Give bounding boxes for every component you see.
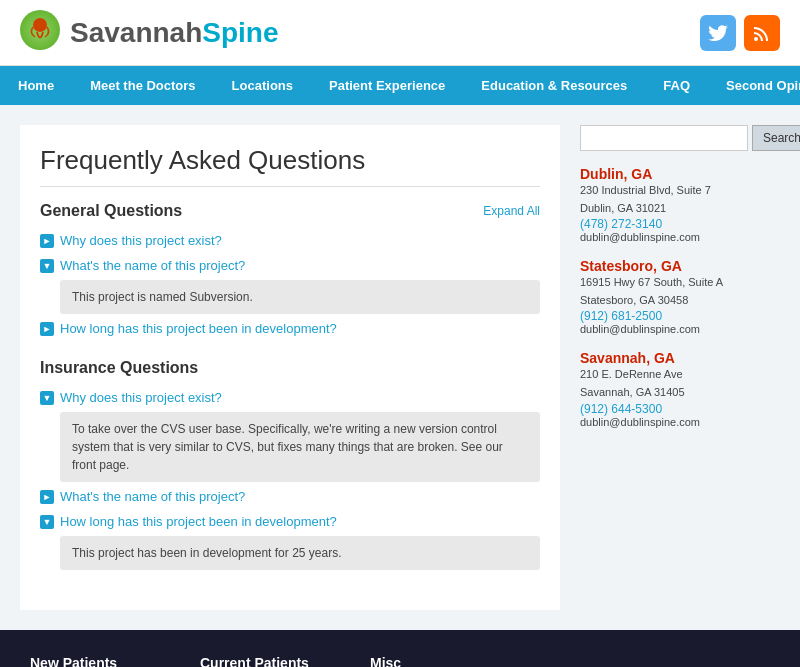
location-address-statesboro-line1: 16915 Hwy 67 South, Suite A (580, 274, 780, 292)
insurance-section-title: Insurance Questions (40, 359, 198, 377)
faq-arrow-icon: ▼ (40, 391, 54, 405)
rss-button[interactable] (744, 15, 780, 51)
main-nav: Home Meet the Doctors Locations Patient … (0, 66, 800, 105)
location-address-statesboro-line2: Statesboro, GA 30458 (580, 292, 780, 310)
footer-col-title-misc: Misc (370, 655, 500, 667)
faq-item: ► What's the name of this project? (40, 486, 540, 507)
faq-item: ▼ What's the name of this project? This … (40, 255, 540, 314)
insurance-questions-section: Insurance Questions ▼ Why does this proj… (40, 359, 540, 570)
faq-answer: This project has been in development for… (60, 536, 540, 570)
nav-faq[interactable]: FAQ (645, 66, 708, 105)
header: SavannahSpine (0, 0, 800, 66)
search-input[interactable] (580, 125, 748, 151)
nav-education[interactable]: Education & Resources (463, 66, 645, 105)
nav-patient-experience[interactable]: Patient Experience (311, 66, 463, 105)
content-area: Frequently Asked Questions General Quest… (20, 125, 560, 610)
faq-arrow-icon: ► (40, 234, 54, 248)
location-address-savannah-line1: 210 E. DeRenne Ave (580, 366, 780, 384)
faq-arrow-icon: ▼ (40, 515, 54, 529)
logo-icon (20, 10, 65, 55)
faq-question-text[interactable]: How long has this project been in develo… (60, 321, 337, 336)
location-address-savannah-line2: Savannah, GA 31405 (580, 384, 780, 402)
location-city-statesboro: Statesboro, GA (580, 258, 780, 274)
location-address-dublin-line2: Dublin, GA 31021 (580, 200, 780, 218)
section-header: General Questions Expand All (40, 202, 540, 220)
faq-question-text[interactable]: What's the name of this project? (60, 489, 245, 504)
general-section-title: General Questions (40, 202, 182, 220)
location-email-statesboro: dublin@dublinspine.com (580, 323, 780, 335)
location-email-dublin: dublin@dublinspine.com (580, 231, 780, 243)
sidebar: Search Dublin, GA 230 Industrial Blvd, S… (580, 125, 780, 610)
page-title: Frequently Asked Questions (40, 145, 540, 187)
svg-point-1 (754, 37, 758, 41)
location-phone-dublin[interactable]: (478) 272-3140 (580, 217, 780, 231)
location-city-savannah: Savannah, GA (580, 350, 780, 366)
footer-col-new-patients: New Patients New Patient Forms (30, 655, 160, 667)
nav-home[interactable]: Home (0, 66, 72, 105)
faq-arrow-icon: ► (40, 490, 54, 504)
nav-second-opinion[interactable]: Second Opinion (708, 66, 800, 105)
faq-item: ► Why does this project exist? (40, 230, 540, 251)
location-phone-savannah[interactable]: (912) 644-5300 (580, 402, 780, 416)
location-savannah: Savannah, GA 210 E. DeRenne Ave Savannah… (580, 350, 780, 427)
faq-question-text[interactable]: Why does this project exist? (60, 390, 222, 405)
footer-col-current-patients: Current Patients Refill Request Disabili… (200, 655, 330, 667)
svg-point-0 (33, 18, 47, 32)
faq-question[interactable]: ► What's the name of this project? (40, 486, 540, 507)
logo-text: SavannahSpine (70, 17, 279, 49)
insurance-section-header: Insurance Questions (40, 359, 540, 377)
search-button[interactable]: Search (752, 125, 800, 151)
footer-col-misc: Misc Links Glossary (370, 655, 500, 667)
footer-col-title-new-patients: New Patients (30, 655, 160, 667)
nav-locations[interactable]: Locations (214, 66, 311, 105)
location-city-dublin: Dublin, GA (580, 166, 780, 182)
location-phone-statesboro[interactable]: (912) 681-2500 (580, 309, 780, 323)
nav-meet-doctors[interactable]: Meet the Doctors (72, 66, 213, 105)
social-icons (700, 15, 780, 51)
faq-question[interactable]: ► Why does this project exist? (40, 230, 540, 251)
faq-question-text[interactable]: How long has this project been in develo… (60, 514, 337, 529)
faq-question[interactable]: ▼ How long has this project been in deve… (40, 511, 540, 532)
footer-col-title-current-patients: Current Patients (200, 655, 330, 667)
faq-arrow-icon: ► (40, 322, 54, 336)
faq-question-text[interactable]: What's the name of this project? (60, 258, 245, 273)
faq-item: ▼ Why does this project exist? To take o… (40, 387, 540, 482)
main-wrapper: Frequently Asked Questions General Quest… (0, 105, 800, 630)
location-dublin: Dublin, GA 230 Industrial Blvd, Suite 7 … (580, 166, 780, 243)
expand-all-link[interactable]: Expand All (483, 204, 540, 218)
location-email-savannah: dublin@dublinspine.com (580, 416, 780, 428)
search-box: Search (580, 125, 780, 151)
logo-spine: Spine (202, 17, 278, 48)
logo-area: SavannahSpine (20, 10, 279, 55)
footer-top: New Patients New Patient Forms Current P… (0, 630, 800, 667)
faq-question[interactable]: ▼ What's the name of this project? (40, 255, 540, 276)
faq-arrow-icon: ▼ (40, 259, 54, 273)
location-statesboro: Statesboro, GA 16915 Hwy 67 South, Suite… (580, 258, 780, 335)
faq-answer: This project is named Subversion. (60, 280, 540, 314)
location-address-dublin-line1: 230 Industrial Blvd, Suite 7 (580, 182, 780, 200)
faq-question[interactable]: ▼ Why does this project exist? (40, 387, 540, 408)
faq-item: ▼ How long has this project been in deve… (40, 511, 540, 570)
logo-circle (20, 10, 60, 50)
faq-question[interactable]: ► How long has this project been in deve… (40, 318, 540, 339)
faq-item: ► How long has this project been in deve… (40, 318, 540, 339)
general-questions-section: General Questions Expand All ► Why does … (40, 202, 540, 339)
faq-answer: To take over the CVS user base. Specific… (60, 412, 540, 482)
twitter-button[interactable] (700, 15, 736, 51)
logo-savannah: Savannah (70, 17, 202, 48)
faq-question-text[interactable]: Why does this project exist? (60, 233, 222, 248)
